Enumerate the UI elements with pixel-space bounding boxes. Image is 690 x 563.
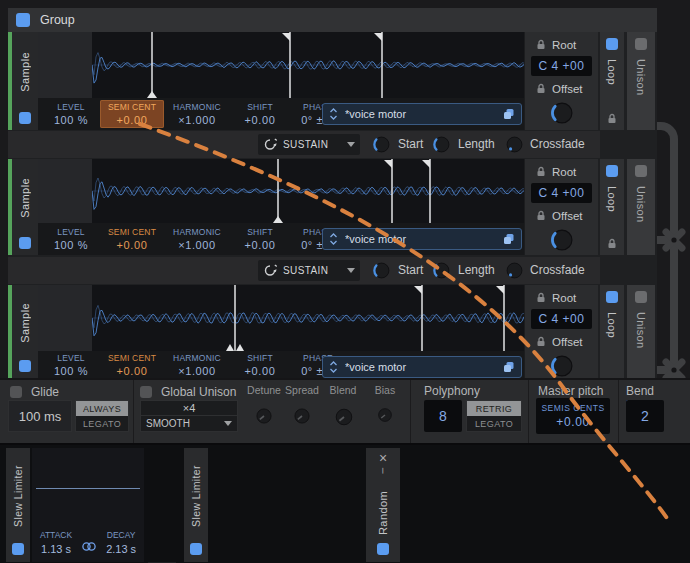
unison-checkbox[interactable]: [635, 38, 647, 50]
modulator-rack: Slew Limiter ATTACK1.13 s DECAY2.13 s Sl…: [0, 443, 690, 563]
sample-enable-checkbox[interactable]: [19, 360, 31, 372]
loop-mode-dropdown[interactable]: SUSTAIN: [258, 260, 360, 281]
harmonic-param[interactable]: HARMONIC×1.000: [164, 351, 230, 378]
slew-limiter-2-strip: Slew Limiter: [184, 448, 208, 562]
start-knob[interactable]: [371, 134, 392, 155]
lock-icon[interactable]: [536, 210, 546, 221]
synth-group-view: Group Sample LEVEL100 % SEMI CENT+0.00 H…: [0, 0, 690, 563]
legato-button[interactable]: LEGATO: [467, 416, 521, 431]
crossfade-knob[interactable]: [504, 134, 525, 155]
loop-checkbox[interactable]: [606, 165, 618, 177]
level-param[interactable]: LEVEL100 %: [42, 98, 100, 130]
voice-motor-field[interactable]: *voice motor: [322, 228, 522, 250]
lock-icon[interactable]: [536, 83, 546, 94]
slew-limiter-1-display[interactable]: ATTACK1.13 s DECAY2.13 s: [32, 448, 144, 562]
glide-checkbox[interactable]: [10, 386, 22, 398]
unison-checkbox[interactable]: [635, 165, 647, 177]
length-knob[interactable]: [431, 260, 452, 281]
unison-label: Unison: [635, 59, 647, 96]
group-title: Group: [40, 13, 75, 27]
harmonic-param[interactable]: HARMONIC×1.000: [164, 98, 230, 130]
group-enable-checkbox[interactable]: [16, 13, 30, 27]
stepper-chevrons-icon[interactable]: [329, 107, 338, 121]
waveform-display[interactable]: [92, 32, 524, 98]
loop-mode-bar: SUSTAIN Start Length Crossfade: [8, 257, 600, 284]
detune-knob[interactable]: [254, 406, 274, 426]
random-enable-checkbox[interactable]: [377, 543, 389, 555]
copy-icon[interactable]: [503, 361, 515, 373]
bias-label: Bias: [365, 384, 405, 396]
waveform-display[interactable]: [92, 285, 524, 351]
loop-mode-dropdown[interactable]: SUSTAIN: [258, 134, 360, 155]
slew-limiter-1-strip: Slew Limiter: [6, 448, 30, 562]
level-param[interactable]: LEVEL100 %: [42, 223, 100, 255]
polyphony-value-box[interactable]: 8: [424, 400, 462, 432]
shift-param[interactable]: SHIFT+0.00: [230, 98, 290, 130]
copy-icon[interactable]: [503, 233, 515, 245]
close-icon[interactable]: ×: [379, 451, 387, 465]
bend-range-box[interactable]: 2: [626, 400, 664, 432]
decay-param[interactable]: DECAY2.13 s: [106, 530, 136, 555]
always-button[interactable]: ALWAYS: [76, 401, 128, 416]
offset-knob[interactable]: [525, 99, 598, 127]
copy-icon[interactable]: [503, 108, 515, 120]
blend-knob[interactable]: [333, 406, 355, 428]
loop-checkbox[interactable]: [606, 291, 618, 303]
slew-enable-checkbox[interactable]: [190, 543, 202, 555]
root-value-box[interactable]: C 4 +00: [531, 183, 592, 203]
shift-param[interactable]: SHIFT+0.00: [230, 223, 290, 255]
root-value-box[interactable]: C 4 +00: [531, 309, 592, 329]
root-label: Root: [552, 166, 576, 178]
group-panel: Group Sample LEVEL100 % SEMI CENT+0.00 H…: [8, 8, 657, 378]
offset-knob[interactable]: [525, 226, 598, 254]
start-knob[interactable]: [371, 260, 392, 281]
collapse-icon[interactable]: −: [376, 467, 390, 474]
blend-label: Blend: [323, 384, 363, 396]
bias-knob[interactable]: [376, 406, 394, 424]
lock-icon[interactable]: [536, 336, 546, 347]
slew-enable-checkbox[interactable]: [12, 543, 24, 555]
voice-motor-field[interactable]: *voice motor: [322, 103, 522, 125]
sample-label: Sample: [19, 303, 31, 343]
level-param[interactable]: LEVEL100 %: [42, 351, 100, 378]
crossfade-knob[interactable]: [504, 260, 525, 281]
stepper-chevrons-icon[interactable]: [329, 360, 338, 374]
master-pitch-box[interactable]: SEMIS CENTS +0.00: [536, 398, 610, 434]
unison-count[interactable]: ×4: [141, 401, 237, 416]
length-knob[interactable]: [431, 134, 452, 155]
root-value-box[interactable]: C 4 +00: [531, 56, 592, 76]
semi-cent-param[interactable]: SEMI CENT+0.00: [100, 351, 164, 378]
offset-label: Offset: [552, 83, 582, 95]
harmonic-param[interactable]: HARMONIC×1.000: [164, 223, 230, 255]
legato-button[interactable]: LEGATO: [76, 416, 128, 431]
retrig-button[interactable]: RETRIG: [467, 401, 521, 416]
detune-label: Detune: [244, 384, 284, 396]
root-column: Root C 4 +00 Offset: [524, 159, 598, 255]
link-icon[interactable]: [81, 541, 97, 552]
root-column: Root C 4 +00 Offset: [524, 285, 598, 378]
shift-param[interactable]: SHIFT+0.00: [230, 351, 290, 378]
semi-cent-param[interactable]: SEMI CENT+0.00: [100, 100, 164, 128]
attack-param[interactable]: ATTACK1.13 s: [40, 530, 72, 555]
waveform-display[interactable]: [92, 159, 524, 223]
offset-knob[interactable]: [525, 352, 598, 378]
semi-cent-param[interactable]: SEMI CENT+0.00: [100, 223, 164, 255]
lock-icon[interactable]: [536, 166, 546, 177]
spread-label: Spread: [282, 384, 322, 396]
loop-checkbox[interactable]: [606, 38, 618, 50]
glide-time-box[interactable]: 100 ms: [8, 400, 72, 432]
spread-knob[interactable]: [292, 406, 312, 426]
unison-mode-dropdown[interactable]: SMOOTH: [141, 416, 237, 431]
global-unison-checkbox[interactable]: [140, 386, 152, 398]
root-label: Root: [552, 292, 576, 304]
voice-motor-field[interactable]: *voice motor: [322, 356, 522, 378]
slew-limiter-label: Slew Limiter: [190, 465, 202, 527]
unison-checkbox[interactable]: [635, 291, 647, 303]
lock-icon[interactable]: [536, 292, 546, 303]
lock-icon[interactable]: [536, 39, 546, 50]
lock-icon[interactable]: [607, 238, 617, 249]
stepper-chevrons-icon[interactable]: [329, 232, 338, 246]
sample-enable-checkbox[interactable]: [19, 112, 31, 124]
lock-icon[interactable]: [607, 113, 617, 124]
sample-enable-checkbox[interactable]: [19, 237, 31, 249]
